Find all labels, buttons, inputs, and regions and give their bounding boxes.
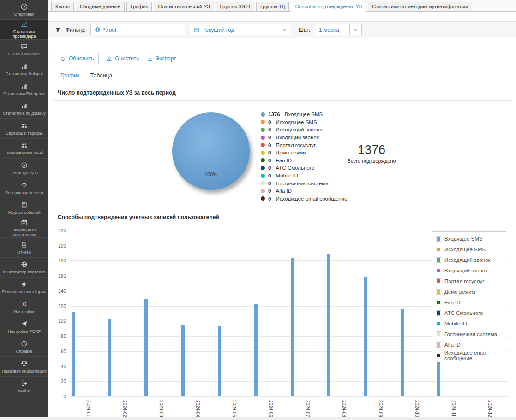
sidebar-item[interactable]: Статистика Enterprise xyxy=(0,79,48,99)
legend-color-box xyxy=(436,247,441,252)
pie-legend-item: 0 Alfa ID xyxy=(261,187,347,195)
globe-icon xyxy=(21,261,28,268)
target-icon xyxy=(21,162,28,169)
bar xyxy=(108,319,111,396)
legend-value: 0 xyxy=(268,135,271,140)
users-icon xyxy=(21,122,28,130)
pie-legend-item: 0 Гостиничная система xyxy=(261,179,347,187)
sidebar-item[interactable]: Выйти xyxy=(0,377,48,396)
main-content: КвотыСводные данныеГрафикСтатистика сесс… xyxy=(48,0,516,420)
total-confirmed-caption: Всего подтверждено xyxy=(330,158,413,164)
legend-color-dot xyxy=(261,158,265,162)
bar-legend-item: Fan ID xyxy=(432,297,506,308)
y-axis-label: 60 xyxy=(55,349,66,354)
legend-value: 0 xyxy=(268,165,271,171)
refresh-button[interactable]: Обновить xyxy=(55,53,99,64)
sidebar-item[interactable]: Беспроводные сети xyxy=(0,178,48,198)
y-axis-label: 80 xyxy=(55,334,66,339)
legend-value: 0 xyxy=(268,127,271,132)
bar-chart-icon xyxy=(21,83,28,90)
view-tab[interactable]: График xyxy=(55,70,85,83)
top-tab[interactable]: График xyxy=(126,2,152,12)
bar xyxy=(401,309,404,396)
top-tab[interactable]: Статистика по методам аутентификации xyxy=(368,2,472,12)
total-confirmed-value: 1376 xyxy=(330,143,413,157)
sidebar-item[interactable]: Статистика SMS xyxy=(0,40,48,59)
legend-label: Демо режим xyxy=(274,150,306,155)
view-tab[interactable]: Таблица xyxy=(85,70,118,83)
bar xyxy=(72,312,75,396)
y-axis-label: 40 xyxy=(55,364,66,369)
sidebar-item-label: Конструктор порталов xyxy=(1,270,47,274)
sidebar-item[interactable]: Конструктор порталов xyxy=(0,258,48,278)
period-value: Текущий год xyxy=(203,27,234,33)
bar-legend-item: Исходящее email сообщение xyxy=(432,350,506,361)
y-axis-label: 0 xyxy=(55,394,66,399)
sidebar-item-label: Настройки PCRF xyxy=(6,329,42,334)
sidebar-item[interactable]: Стартовая xyxy=(0,0,48,20)
period-select[interactable]: Текущий год xyxy=(190,24,291,35)
sidebar-item[interactable]: Статистика Hotspot xyxy=(0,59,48,79)
legend-value: 0 xyxy=(268,173,271,178)
sidebar-item[interactable]: Статистика по домену xyxy=(0,99,48,119)
legend-color-box xyxy=(436,342,441,348)
step-label: Шаг: xyxy=(299,27,310,33)
top-tab[interactable]: Квоты xyxy=(51,2,74,12)
refresh-label: Обновить xyxy=(69,55,94,62)
sidebar-item-label: Операции по расписанию xyxy=(0,228,48,237)
gridline xyxy=(70,396,508,397)
filter-panel: Фильтр: *.root Текущий год Шаг: 1 месяц xyxy=(48,21,516,38)
sidebar-item[interactable]: Отчеты xyxy=(0,238,48,258)
pie-chart: 100% xyxy=(172,112,250,190)
sidebar-item[interactable]: Сервисы и тарифы xyxy=(0,119,48,139)
top-tab[interactable]: Способы подтверждения УЗ xyxy=(291,2,366,12)
legend-label: Исходящее email сообщение xyxy=(274,196,347,201)
bar-legend-item: Входящее SMS xyxy=(432,233,506,244)
sidebar-item-label: Статистика Hotspot xyxy=(4,71,44,76)
sidebar-item-label: Статистика Enterprise xyxy=(2,91,47,96)
top-tab[interactable]: Группы SSID xyxy=(216,2,254,12)
sidebar-item[interactable]: Настройки xyxy=(0,297,48,317)
gear-icon xyxy=(21,301,28,308)
bar-legend-item: Mobile ID xyxy=(432,318,506,329)
gridline xyxy=(70,231,508,231)
funnel-icon xyxy=(55,27,61,33)
sidebar-item[interactable]: Статистика провайдера xyxy=(0,20,48,40)
sidebar-item[interactable]: Настройки PCRF xyxy=(0,317,48,337)
legend-color-box xyxy=(436,300,441,305)
filter-input[interactable]: *.root xyxy=(90,24,185,35)
sidebar-item[interactable]: Точки доступа xyxy=(0,159,48,178)
bar-legend-item: Демо режим xyxy=(432,286,506,297)
line-chart-icon xyxy=(21,21,28,28)
y-axis-label: 200 xyxy=(55,243,66,248)
sidebar-item[interactable]: Журнал событий xyxy=(0,198,48,218)
bar xyxy=(218,326,221,396)
y-axis-label: 140 xyxy=(55,289,66,294)
bar-chart-icon xyxy=(21,102,28,110)
legend-label: Исходящий звонок xyxy=(274,127,322,132)
megaphone-icon xyxy=(21,281,28,288)
legend-label: Гостиничная система xyxy=(274,181,328,186)
step-value: 1 месяц xyxy=(319,27,339,33)
horizontal-scrollbar[interactable] xyxy=(0,417,516,420)
export-label: Экспорт xyxy=(156,55,176,62)
bar-legend-item: Портал госуслуг xyxy=(432,276,506,286)
sidebar-item[interactable]: Рекламная платформа xyxy=(0,278,48,297)
calendar-icon xyxy=(194,27,200,33)
top-tab[interactable]: Группы ТД xyxy=(256,2,289,12)
legend-color-dot xyxy=(261,166,265,170)
legend-value: 0 xyxy=(268,150,271,155)
sidebar-item-label: Стартовая xyxy=(13,12,36,17)
top-tab[interactable]: Статистика сессий УЗ xyxy=(154,2,214,12)
paper-plane-icon xyxy=(21,320,28,328)
clear-button[interactable]: Очистить xyxy=(106,55,139,62)
top-tab[interactable]: Сводные данные xyxy=(76,2,125,12)
export-button[interactable]: Экспорт xyxy=(147,55,176,62)
sidebar-item[interactable]: Пользователи Wi-Fi xyxy=(0,139,48,159)
sidebar-item[interactable]: Правовая информация xyxy=(0,357,48,377)
sidebar-item[interactable]: Справка xyxy=(0,337,48,357)
gridline xyxy=(70,367,508,367)
sidebar-item-label: Журнал событий xyxy=(6,210,42,215)
step-select[interactable]: 1 месяц xyxy=(315,24,362,35)
sidebar-item[interactable]: Операции по расписанию xyxy=(0,218,48,238)
